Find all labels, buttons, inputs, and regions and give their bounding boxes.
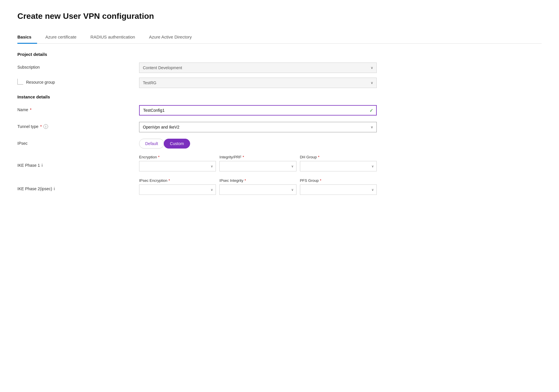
pfs-group-label: PFS Group * — [300, 178, 377, 183]
dhgroup-label: DH Group * — [300, 155, 377, 159]
resource-group-row: Resource group TestRG ∨ — [17, 78, 542, 88]
resource-group-control: TestRG ∨ — [139, 78, 377, 88]
name-control: ✓ — [139, 105, 377, 116]
encryption-label: Encryption * — [139, 155, 216, 159]
ipsec-control: Default Custom — [139, 139, 377, 149]
ipsec-integrity-required-indicator: * — [245, 178, 246, 183]
integrity-label: Integrity/PRF * — [219, 155, 296, 159]
resource-group-select[interactable]: TestRG — [139, 78, 377, 88]
ipsec-encryption-label: IPsec Encryption * — [139, 178, 216, 183]
ipsec-custom-button[interactable]: Custom — [164, 139, 190, 149]
ike-phase2-ipsec-integrity-group: IPsec Integrity * ∨ — [219, 178, 296, 195]
ike-phase2-row: IKE Phase 2(ipsec) i IPsec Encryption * … — [17, 178, 542, 195]
subscription-select-wrapper: Content Development ∨ — [139, 63, 377, 73]
ike-phase1-label: IKE Phase 1 i — [17, 155, 139, 168]
ike-phase2-label: IKE Phase 2(ipsec) i — [17, 178, 139, 191]
tab-basics[interactable]: Basics — [17, 32, 37, 44]
tab-azure-active-directory[interactable]: Azure Active Directory — [149, 32, 198, 44]
ike-phase2-info-icon[interactable]: i — [54, 186, 55, 191]
ipsec-integrity-select[interactable] — [219, 184, 296, 195]
ipsec-row: IPsec Default Custom — [17, 139, 542, 149]
pfs-group-select-wrapper: ∨ — [300, 184, 377, 195]
integrity-select-wrapper: ∨ — [219, 161, 296, 171]
tunnel-type-row: Tunnel type * i OpenVpn and IkeV2 OpenVp… — [17, 122, 542, 132]
integrity-required-indicator: * — [243, 155, 244, 159]
page-title: Create new User VPN configuration — [17, 12, 542, 21]
ipsec-integrity-select-wrapper: ∨ — [219, 184, 296, 195]
ike-phase1-integrity-group: Integrity/PRF * ∨ — [219, 155, 296, 171]
ike-phase1-encryption-group: Encryption * ∨ — [139, 155, 216, 171]
tunnel-type-control: OpenVpn and IkeV2 OpenVpn IkeV2 ∨ — [139, 122, 377, 132]
ike-phase1-dhgroup-group: DH Group * ∨ — [300, 155, 377, 171]
subscription-control: Content Development ∨ — [139, 63, 377, 73]
resource-group-label: Resource group — [26, 80, 55, 85]
encryption-select-wrapper: ∨ — [139, 161, 216, 171]
indent-line-icon — [17, 79, 23, 85]
name-input-wrapper: ✓ — [139, 105, 377, 116]
ipsec-toggle-group: Default Custom — [139, 139, 377, 149]
pfs-group-select[interactable] — [300, 184, 377, 195]
subscription-row: Subscription Content Development ∨ — [17, 63, 542, 73]
ike-phase2-fields: IPsec Encryption * ∨ IPsec Integrity * — [139, 178, 377, 195]
ike-phase1-row: IKE Phase 1 i Encryption * ∨ — [17, 155, 542, 171]
tabs-container: Basics Azure certificate RADIUS authenti… — [17, 31, 542, 44]
tunnel-type-label: Tunnel type * i — [17, 122, 139, 129]
resource-group-label-area: Resource group — [17, 78, 139, 85]
tunnel-type-required-indicator: * — [40, 124, 42, 129]
tunnel-type-select[interactable]: OpenVpn and IkeV2 OpenVpn IkeV2 — [139, 122, 377, 132]
ipsec-encryption-select-wrapper: ∨ — [139, 184, 216, 195]
subscription-label: Subscription — [17, 63, 139, 69]
ipsec-label: IPsec — [17, 139, 139, 146]
ike-phase1-fields: Encryption * ∨ Integrity/PRF * — [139, 155, 377, 171]
name-check-icon: ✓ — [369, 108, 373, 113]
tunnel-type-info-icon[interactable]: i — [43, 124, 48, 129]
dhgroup-select[interactable] — [300, 161, 377, 171]
tab-radius-authentication[interactable]: RADIUS authentication — [90, 32, 141, 44]
ipsec-encryption-select[interactable] — [139, 184, 216, 195]
dhgroup-required-indicator: * — [318, 155, 319, 159]
dhgroup-select-wrapper: ∨ — [300, 161, 377, 171]
ipsec-encryption-required-indicator: * — [169, 178, 170, 183]
pfs-group-required-indicator: * — [320, 178, 321, 183]
integrity-select[interactable] — [219, 161, 296, 171]
name-label: Name * — [17, 105, 139, 112]
name-required-indicator: * — [30, 107, 31, 112]
tunnel-type-select-wrapper: OpenVpn and IkeV2 OpenVpn IkeV2 ∨ — [139, 122, 377, 132]
instance-details-title: Instance details — [17, 94, 542, 99]
instance-details-section: Instance details Name * ✓ Tunnel type * … — [17, 94, 542, 195]
ike-phase2-ipsec-encryption-group: IPsec Encryption * ∨ — [139, 178, 216, 195]
ipsec-integrity-label: IPsec Integrity * — [219, 178, 296, 183]
tab-azure-certificate[interactable]: Azure certificate — [45, 32, 82, 44]
project-details-title: Project details — [17, 52, 542, 57]
ike-phase2-pfs-group: PFS Group * ∨ — [300, 178, 377, 195]
ike-phase1-info-icon[interactable]: i — [42, 163, 43, 168]
resource-group-select-wrapper: TestRG ∨ — [139, 78, 377, 88]
project-details-section: Project details Subscription Content Dev… — [17, 52, 542, 88]
encryption-select[interactable] — [139, 161, 216, 171]
ipsec-default-button[interactable]: Default — [139, 139, 164, 149]
encryption-required-indicator: * — [158, 155, 159, 159]
name-input[interactable] — [139, 105, 377, 116]
name-row: Name * ✓ — [17, 105, 542, 116]
subscription-select[interactable]: Content Development — [139, 63, 377, 73]
